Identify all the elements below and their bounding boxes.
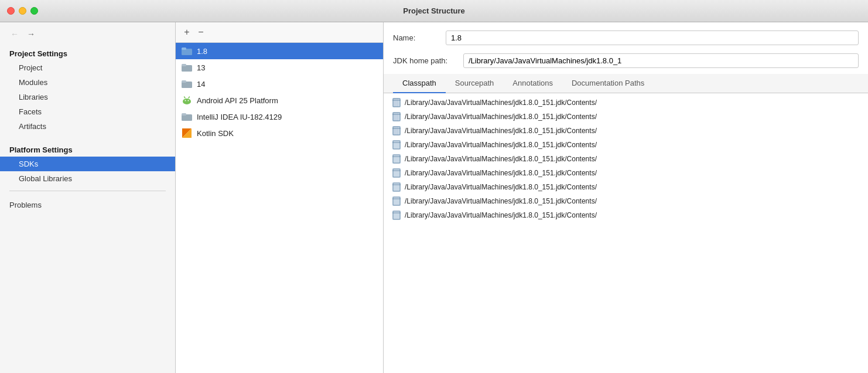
- jar-icon: [392, 98, 401, 107]
- classpath-text: /Library/Java/JavaVirtualMachines/jdk1.8…: [405, 99, 597, 107]
- sidebar: ← → Project Settings Project Modules Lib…: [0, 22, 176, 373]
- jdk-label: JDK home path:: [393, 56, 457, 65]
- toolbar: + −: [176, 22, 383, 43]
- kotlin-icon: [182, 128, 192, 138]
- tab-sourcepath[interactable]: Sourcepath: [446, 74, 504, 93]
- jar-icon: [392, 154, 401, 164]
- right-panel: Name: JDK home path: /Library/Java/JavaV…: [384, 22, 868, 373]
- sdk-label-kotlin: Kotlin SDK: [197, 129, 234, 138]
- svg-line-11: [189, 97, 190, 98]
- list-item[interactable]: /Library/Java/JavaVirtualMachines/jdk1.8…: [384, 124, 868, 138]
- window-title: Project Structure: [403, 6, 464, 15]
- sdk-item-android[interactable]: Android API 25 Platform: [176, 92, 383, 108]
- list-item[interactable]: /Library/Java/JavaVirtualMachines/jdk1.8…: [384, 208, 868, 222]
- svg-point-9: [188, 100, 189, 101]
- project-settings-header: Project Settings: [0, 43, 175, 60]
- sdk-item-kotlin[interactable]: Kotlin SDK: [176, 125, 383, 141]
- svg-line-10: [184, 97, 186, 98]
- jar-icon: [392, 112, 401, 121]
- jar-icon: [392, 196, 401, 206]
- svg-rect-3: [182, 64, 186, 66]
- tab-annotations[interactable]: Annotations: [503, 74, 562, 93]
- sdk-label-1-8: 1.8: [197, 47, 207, 56]
- svg-rect-49: [392, 211, 401, 220]
- classpath-text: /Library/Java/JavaVirtualMachines/jdk1.8…: [405, 183, 597, 191]
- svg-rect-13: [182, 113, 186, 116]
- nav-header: ← →: [0, 22, 175, 43]
- sdk-item-13[interactable]: 13: [176, 59, 383, 76]
- jar-icon: [392, 211, 401, 220]
- classpath-text: /Library/Java/JavaVirtualMachines/jdk1.8…: [405, 155, 597, 163]
- sidebar-item-global-libraries[interactable]: Global Libraries: [0, 171, 175, 186]
- sdk-label-14: 14: [197, 80, 205, 89]
- jar-icon: [392, 182, 401, 192]
- list-item[interactable]: /Library/Java/JavaVirtualMachines/jdk1.8…: [384, 166, 868, 180]
- classpath-text: /Library/Java/JavaVirtualMachines/jdk1.8…: [405, 197, 597, 205]
- sdk-item-1-8[interactable]: 1.8: [176, 43, 383, 59]
- forward-arrow[interactable]: →: [25, 28, 37, 40]
- svg-rect-43: [392, 182, 401, 192]
- jar-icon: [392, 140, 401, 150]
- folder-blue-icon: [182, 46, 192, 56]
- classpath-list: /Library/Java/JavaVirtualMachines/jdk1.8…: [384, 93, 868, 373]
- folder-gray-icon-intellij: [182, 112, 192, 121]
- traffic-lights: [7, 7, 38, 15]
- tab-classpath[interactable]: Classpath: [393, 74, 446, 93]
- sidebar-divider: [9, 191, 166, 191]
- back-arrow[interactable]: ←: [8, 28, 21, 40]
- svg-point-8: [185, 100, 186, 101]
- main-layout: ← → Project Settings Project Modules Lib…: [0, 22, 868, 373]
- sidebar-item-facets[interactable]: Facets: [0, 104, 175, 119]
- jar-icon: [392, 168, 401, 178]
- minimize-button[interactable]: [19, 7, 26, 15]
- sdk-item-intellij[interactable]: IntelliJ IDEA IU-182.4129: [176, 108, 383, 125]
- title-bar: Project Structure: [0, 0, 868, 22]
- sidebar-item-sdks[interactable]: SDKs: [0, 157, 175, 171]
- svg-rect-46: [392, 196, 401, 206]
- list-item[interactable]: /Library/Java/JavaVirtualMachines/jdk1.8…: [384, 110, 868, 124]
- classpath-text: /Library/Java/JavaVirtualMachines/jdk1.8…: [405, 169, 597, 177]
- svg-rect-22: [392, 112, 401, 121]
- jar-icon: [392, 126, 401, 135]
- name-input[interactable]: [446, 30, 859, 45]
- sidebar-item-artifacts[interactable]: Artifacts: [0, 119, 175, 134]
- sdk-item-14[interactable]: 14: [176, 76, 383, 92]
- classpath-text: /Library/Java/JavaVirtualMachines/jdk1.8…: [405, 113, 597, 121]
- classpath-text: /Library/Java/JavaVirtualMachines/jdk1.8…: [405, 211, 597, 219]
- sidebar-item-problems[interactable]: Problems: [0, 196, 175, 214]
- sidebar-item-project[interactable]: Project: [0, 60, 175, 75]
- svg-rect-40: [392, 168, 401, 178]
- svg-rect-16: [392, 98, 401, 107]
- name-row: Name:: [384, 22, 868, 51]
- android-icon: [182, 96, 192, 105]
- jdk-path-input[interactable]: /Library/Java/JavaVirtualMachines/jdk1.8…: [463, 53, 859, 68]
- name-label: Name:: [393, 33, 440, 42]
- list-item[interactable]: /Library/Java/JavaVirtualMachines/jdk1.8…: [384, 152, 868, 166]
- jdk-row: JDK home path: /Library/Java/JavaVirtual…: [384, 51, 868, 74]
- close-button[interactable]: [7, 7, 15, 15]
- folder-gray-icon-14: [182, 79, 192, 89]
- list-item[interactable]: /Library/Java/JavaVirtualMachines/jdk1.8…: [384, 180, 868, 194]
- folder-gray-icon-13: [182, 63, 192, 72]
- svg-rect-1: [182, 48, 186, 50]
- svg-rect-28: [392, 126, 401, 135]
- list-item[interactable]: /Library/Java/JavaVirtualMachines/jdk1.8…: [384, 138, 868, 152]
- svg-rect-37: [392, 154, 401, 164]
- sidebar-item-libraries[interactable]: Libraries: [0, 90, 175, 104]
- sdk-label-13: 13: [197, 63, 205, 72]
- list-item[interactable]: /Library/Java/JavaVirtualMachines/jdk1.8…: [384, 194, 868, 208]
- svg-rect-5: [182, 80, 186, 83]
- platform-settings-header: Platform Settings: [0, 140, 175, 157]
- sidebar-item-modules[interactable]: Modules: [0, 75, 175, 90]
- tab-documentation[interactable]: Documentation Paths: [562, 74, 654, 93]
- sdk-list: 1.8 13 14: [176, 43, 383, 373]
- maximize-button[interactable]: [30, 7, 38, 15]
- sdk-label-intellij: IntelliJ IDEA IU-182.4129: [197, 113, 282, 121]
- svg-rect-34: [392, 140, 401, 150]
- classpath-text: /Library/Java/JavaVirtualMachines/jdk1.8…: [405, 127, 597, 135]
- tabs-row: Classpath Sourcepath Annotations Documen…: [384, 74, 868, 93]
- svg-rect-7: [183, 100, 190, 103]
- list-item[interactable]: /Library/Java/JavaVirtualMachines/jdk1.8…: [384, 96, 868, 110]
- remove-button[interactable]: −: [194, 26, 207, 39]
- add-button[interactable]: +: [180, 26, 193, 39]
